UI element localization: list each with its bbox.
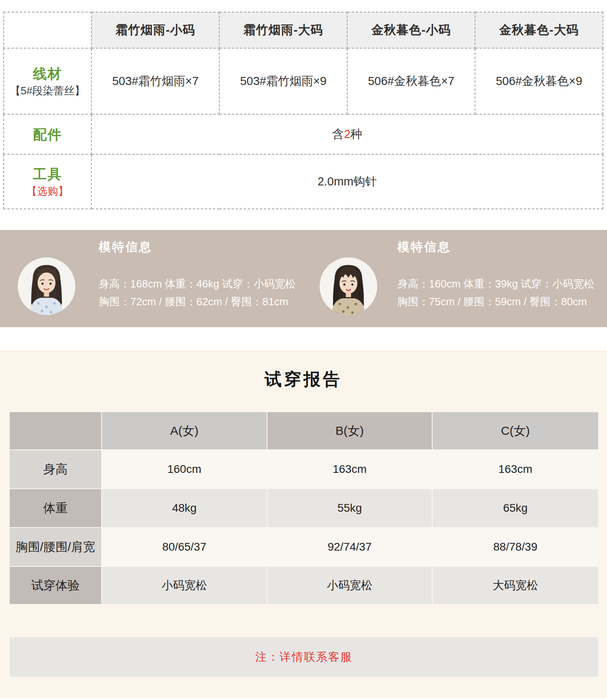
- model-text-block: 模特信息 身高：160cm 体重：39kg 试穿：小码宽松 胸围：75cm / …: [397, 240, 594, 309]
- fit-report-title: 试穿报告: [0, 370, 607, 389]
- model-portrait-illustration: [18, 257, 75, 315]
- model-avatar: [320, 257, 377, 315]
- fit-cell: 65kg: [432, 489, 599, 528]
- yarn-label: 线材: [4, 66, 91, 82]
- fit-corner-cell: [9, 412, 102, 450]
- model-measurements-line: 胸围：75cm / 腰围：59cm / 臀围：80cm: [397, 294, 594, 309]
- yarn-row: 线材 【5#段染蕾丝】 503#霜竹烟雨×7 503#霜竹烟雨×9 506#金秋…: [4, 48, 603, 114]
- model-stats-line: 身高：168cm 体重：46kg 试穿：小码宽松: [99, 277, 296, 291]
- fit-col-header: C(女): [432, 412, 599, 450]
- tool-label-cell: 工具 【选购】: [4, 154, 91, 209]
- fit-header-row: A(女) B(女) C(女): [9, 412, 599, 450]
- accessory-value: 含2种: [91, 114, 603, 154]
- fit-cell: 163cm: [432, 450, 599, 489]
- model-card: 模特信息 身高：160cm 体重：39kg 试穿：小码宽松 胸围：75cm / …: [304, 230, 607, 327]
- spec-col-header: 霜竹烟雨-大码: [219, 12, 347, 48]
- model-measurements-line: 胸围：72cm / 腰围：62cm / 臀围：81cm: [99, 294, 296, 309]
- fit-row-height: 身高 160cm 163cm 163cm: [9, 450, 599, 489]
- yarn-value: 506#金秋暮色×9: [475, 48, 603, 114]
- fit-cell: 55kg: [267, 489, 432, 528]
- fit-cell: 92/74/37: [267, 528, 432, 566]
- accessory-value-count: 2: [344, 128, 350, 140]
- fit-row-label: 身高: [9, 450, 102, 489]
- model-info-section: 模特信息 身高：168cm 体重：46kg 试穿：小码宽松 胸围：72cm / …: [0, 230, 607, 327]
- spec-col-header: 金秋暮色-大码: [475, 12, 603, 48]
- fit-cell: 80/65/37: [102, 528, 267, 566]
- fit-note-row: 注：详情联系客服: [9, 637, 599, 677]
- fit-row-label: 体重: [9, 489, 102, 528]
- yarn-sublabel: 【5#段染蕾丝】: [4, 84, 91, 97]
- accessory-row: 配件 含2种: [4, 114, 603, 154]
- model-portrait-illustration: [320, 257, 377, 315]
- yarn-label-cell: 线材 【5#段染蕾丝】: [4, 48, 91, 114]
- tool-value: 2.0mm钩针: [91, 154, 603, 209]
- yarn-value: 503#霜竹烟雨×9: [219, 48, 347, 114]
- spec-col-header: 金秋暮色-小码: [347, 12, 475, 48]
- tool-row: 工具 【选购】 2.0mm钩针: [4, 154, 603, 209]
- yarn-value: 506#金秋暮色×7: [347, 48, 475, 114]
- accessory-label-cell: 配件: [4, 114, 91, 154]
- accessory-value-prefix: 含: [332, 128, 344, 140]
- fit-col-header: B(女): [267, 412, 432, 450]
- fit-cell: 小码宽松: [102, 566, 267, 604]
- spec-header-row: 霜竹烟雨-小码 霜竹烟雨-大码 金秋暮色-小码 金秋暮色-大码: [4, 12, 603, 48]
- fit-col-header: A(女): [102, 412, 267, 450]
- fit-report-table: A(女) B(女) C(女) 身高 160cm 163cm 163cm 体重 4…: [9, 411, 599, 678]
- spec-col-header: 霜竹烟雨-小码: [91, 12, 219, 48]
- spec-corner-cell: [4, 12, 91, 48]
- fit-spacer-cell: [9, 604, 599, 637]
- model-info-title: 模特信息: [397, 240, 594, 254]
- fit-row-weight: 体重 48kg 55kg 65kg: [9, 489, 599, 528]
- model-card: 模特信息 身高：168cm 体重：46kg 试穿：小码宽松 胸围：72cm / …: [0, 230, 304, 327]
- spec-table: 霜竹烟雨-小码 霜竹烟雨-大码 金秋暮色-小码 金秋暮色-大码 线材 【5#段染…: [3, 12, 603, 209]
- fit-spacer-row: [9, 604, 599, 637]
- accessory-label: 配件: [4, 126, 91, 143]
- fit-note-text: 注：详情联系客服: [9, 637, 599, 677]
- fit-row-label: 试穿体验: [9, 566, 102, 604]
- fit-cell: 163cm: [267, 450, 432, 489]
- tool-label: 工具: [4, 166, 91, 182]
- model-avatar: [18, 257, 75, 315]
- fit-report-section: 试穿报告 A(女) B(女) C(女) 身高 160cm 163cm 163cm…: [0, 350, 607, 698]
- model-text-block: 模特信息 身高：168cm 体重：46kg 试穿：小码宽松 胸围：72cm / …: [99, 240, 296, 309]
- model-info-title: 模特信息: [99, 240, 296, 254]
- fit-cell: 48kg: [102, 489, 267, 528]
- model-stats-line: 身高：160cm 体重：39kg 试穿：小码宽松: [397, 277, 594, 291]
- fit-cell: 大码宽松: [432, 566, 599, 604]
- fit-cell: 160cm: [102, 450, 267, 489]
- fit-cell: 小码宽松: [267, 566, 432, 604]
- accessory-value-suffix: 种: [350, 128, 362, 140]
- tool-sublabel: 【选购】: [4, 185, 91, 198]
- fit-row-measurements: 胸围/腰围/肩宽 80/65/37 92/74/37 88/78/39: [9, 528, 599, 566]
- fit-row-label: 胸围/腰围/肩宽: [9, 528, 102, 566]
- fit-row-experience: 试穿体验 小码宽松 小码宽松 大码宽松: [9, 566, 599, 604]
- fit-cell: 88/78/39: [432, 528, 599, 566]
- yarn-value: 503#霜竹烟雨×7: [91, 48, 219, 114]
